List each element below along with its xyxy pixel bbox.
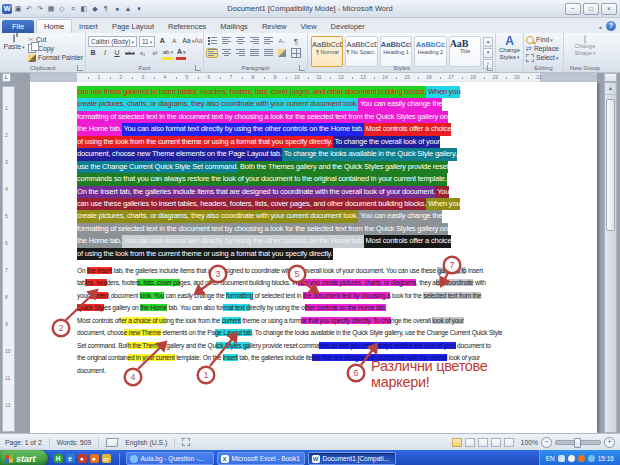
format-painter-button[interactable]: Format Painter: [28, 53, 83, 62]
style-heading-1[interactable]: AaBbCcDc Heading 1: [380, 36, 412, 67]
zoom-slider[interactable]: [555, 440, 601, 445]
paragraph-line[interactable]: Set command. Both the Themes gallery and…: [77, 340, 545, 352]
bold-button[interactable]: B: [88, 48, 98, 58]
view-ruler-toggle[interactable]: [604, 73, 617, 82]
tab-insert[interactable]: Insert: [72, 20, 105, 33]
highlighted-line[interactable]: use the Change Current Quick Style Set c…: [77, 161, 543, 173]
tab-home[interactable]: Home: [36, 19, 72, 33]
zoom-out-icon[interactable]: −: [541, 437, 552, 448]
paragraph-1[interactable]: On the Insert tab, the galleries include…: [77, 265, 545, 315]
replace-button[interactable]: ⇄Replace: [526, 44, 561, 53]
line-spacing-button[interactable]: [262, 48, 274, 58]
start-button[interactable]: start: [0, 450, 48, 465]
highlighted-line[interactable]: formatting of selected text in the docum…: [77, 111, 543, 123]
italic-button[interactable]: I: [100, 48, 110, 58]
tab-review[interactable]: Review: [255, 20, 294, 33]
copy-button[interactable]: Copy: [28, 44, 83, 53]
macro-icon[interactable]: ▲: [123, 4, 133, 14]
multilevel-list-button[interactable]: [234, 36, 246, 46]
highlighted-line[interactable]: can use these galleries to insert tables…: [77, 86, 543, 98]
quicklaunch-media-icon[interactable]: ●: [78, 454, 87, 463]
tray-update-icon[interactable]: [578, 455, 585, 462]
web-layout-view-button[interactable]: [478, 438, 488, 447]
numbering-button[interactable]: [220, 36, 232, 46]
vertical-ruler[interactable]: 123456789101112: [2, 86, 15, 432]
highlighted-line[interactable]: create pictures, charts, or diagrams, th…: [77, 210, 543, 222]
increase-indent-button[interactable]: [262, 36, 274, 46]
highlighted-line[interactable]: of using the look from the current theme…: [77, 248, 543, 260]
change-case-button[interactable]: Aa: [181, 36, 191, 46]
styles-scroll-down-icon[interactable]: ▾: [483, 48, 493, 58]
paragraph-line[interactable]: Quick Styles gallery on the Home tab. Yo…: [77, 302, 545, 314]
word-logo-icon[interactable]: W: [2, 4, 12, 14]
paragraph-line[interactable]: your current document look. You can easi…: [77, 290, 545, 302]
strikethrough-button[interactable]: abc: [124, 48, 136, 58]
paragraph-line[interactable]: document, choose new Theme elements on t…: [77, 327, 545, 339]
tab-developer[interactable]: Developer: [324, 20, 372, 33]
paragraph-dialog-launcher[interactable]: [299, 65, 305, 71]
show-paragraph-marks-button[interactable]: ¶: [290, 36, 302, 46]
quicklaunch-ie-icon[interactable]: e: [66, 454, 75, 463]
paragraph-line[interactable]: Most controls offer a choice of using th…: [77, 315, 545, 327]
justify-button[interactable]: [248, 48, 260, 58]
style-normal[interactable]: AaBbCcDc ¶ Normal: [311, 36, 343, 67]
underline-button[interactable]: U: [112, 48, 122, 58]
select-button[interactable]: Select: [526, 53, 561, 62]
zoom-level[interactable]: 100%: [521, 439, 538, 446]
split-icon[interactable]: ◧: [79, 4, 89, 14]
tab-view[interactable]: View: [293, 20, 323, 33]
print-layout-view-button[interactable]: [452, 438, 462, 447]
tab-references[interactable]: References: [161, 20, 213, 33]
highlighted-line[interactable]: commands so that you can always restore …: [77, 173, 543, 185]
styles-dialog-launcher[interactable]: [487, 65, 493, 71]
help-icon[interactable]: ?: [606, 21, 616, 31]
format-icon[interactable]: ◇: [57, 4, 67, 14]
change-styles-button[interactable]: A Change Styles: [498, 35, 521, 60]
outline-view-button[interactable]: [491, 438, 501, 447]
highlighted-line[interactable]: the Home tab. You can also format text d…: [77, 235, 543, 247]
highlighted-line[interactable]: can use these galleries to insert tables…: [77, 198, 543, 210]
macro-record-icon[interactable]: [182, 438, 190, 446]
quicklaunch-firefox-icon[interactable]: ●: [90, 454, 99, 463]
style-title[interactable]: AaB Title: [449, 36, 481, 67]
minimize-button[interactable]: −: [565, 3, 581, 15]
proofing-icon[interactable]: [106, 438, 119, 447]
font-size-select[interactable]: 11: [139, 36, 155, 47]
sort-button[interactable]: A↓: [276, 36, 288, 46]
zoom-slider-thumb[interactable]: [574, 438, 581, 448]
paste-button[interactable]: Paste: [2, 35, 26, 62]
shrink-font-button[interactable]: A: [169, 36, 179, 46]
subscript-button[interactable]: x₂: [138, 48, 148, 58]
align-center-button[interactable]: [220, 48, 232, 58]
undo-icon[interactable]: ↶: [24, 4, 34, 14]
word-count[interactable]: Words: 509: [57, 439, 92, 446]
keyboard-icon[interactable]: [558, 455, 565, 462]
paragraph-line[interactable]: tables, headers, footers, lists, cover p…: [77, 277, 545, 289]
list-icon[interactable]: ≡: [68, 4, 78, 14]
fullscreen-reading-view-button[interactable]: [465, 438, 475, 447]
shape-icon[interactable]: ◆: [90, 4, 100, 14]
style-no-spacing[interactable]: AaBbCcDc ¶ No Spaci...: [345, 36, 377, 67]
highlighted-line[interactable]: create pictures, charts, or diagrams, th…: [77, 98, 543, 110]
align-left-button[interactable]: [206, 48, 218, 58]
bullets-button[interactable]: [206, 36, 218, 46]
qat-customize-icon[interactable]: ▾: [134, 4, 144, 14]
taskbar-task-excel[interactable]: XMicrosoft Excel - Book1: [217, 452, 305, 465]
font-dialog-launcher[interactable]: [195, 65, 201, 71]
align-right-button[interactable]: [234, 48, 246, 58]
quicklaunch-h-icon[interactable]: H: [54, 454, 63, 463]
zoom-in-icon[interactable]: +: [604, 437, 615, 448]
text-highlight-button[interactable]: ab: [162, 47, 174, 60]
find-button[interactable]: Find: [526, 35, 561, 44]
close-button[interactable]: ×: [601, 3, 617, 15]
superscript-button[interactable]: x²: [150, 48, 160, 58]
horizontal-ruler[interactable]: 123456789101112131415161718192021: [30, 73, 597, 82]
pilcrow-icon[interactable]: ¶: [101, 4, 111, 14]
record-icon[interactable]: ●: [112, 4, 122, 14]
borders-button[interactable]: [290, 48, 302, 58]
taskbar-task-word[interactable]: WDocument1 [Compati...: [308, 452, 396, 465]
document-page[interactable]: can use these galleries to insert tables…: [30, 82, 597, 433]
restore-button[interactable]: □: [583, 3, 599, 15]
scrollbar-thumb[interactable]: [606, 99, 615, 231]
scroll-up-icon[interactable]: ▲: [605, 83, 616, 95]
